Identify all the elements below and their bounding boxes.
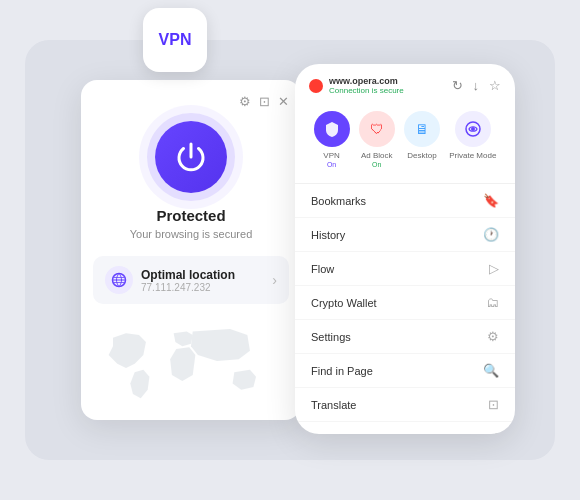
translate-label: Translate xyxy=(311,399,356,411)
location-name: Optimal location xyxy=(141,268,264,282)
private-mode-icon xyxy=(464,120,482,138)
close-icon[interactable]: ✕ xyxy=(278,94,289,109)
vpn-shield-icon xyxy=(323,120,341,138)
url-text-block: www.opera.com Connection is secure xyxy=(329,76,446,95)
settings-menu-icon: ⚙ xyxy=(487,329,499,344)
vpn-status-subtitle: Your browsing is secured xyxy=(130,228,253,240)
site-options-label: Site Options xyxy=(311,433,371,435)
globe-icon xyxy=(111,272,127,288)
star-icon[interactable]: ☆ xyxy=(489,78,501,93)
vpn-feature-label: VPNOn xyxy=(323,151,339,169)
private-feature-icon xyxy=(455,111,491,147)
power-button[interactable] xyxy=(155,121,227,193)
display-icon[interactable]: ⊡ xyxy=(259,94,270,109)
browser-menu: Bookmarks 🔖 History 🕐 Flow ▷ Crypto Wall… xyxy=(295,184,515,434)
svg-point-2 xyxy=(471,127,475,131)
vpn-panel: ⚙ ⊡ ✕ Protected Your browsing is secured xyxy=(81,80,301,420)
chevron-right-icon: › xyxy=(272,272,277,288)
crypto-wallet-label: Crypto Wallet xyxy=(311,297,377,309)
menu-history[interactable]: History 🕐 xyxy=(295,218,515,252)
site-options-icon: ℹ xyxy=(494,431,499,434)
menu-find-in-page[interactable]: Find in Page 🔍 xyxy=(295,354,515,388)
opera-icon xyxy=(309,79,323,93)
location-text: Optimal location 77.111.247.232 xyxy=(141,268,264,293)
settings-icon[interactable]: ⚙ xyxy=(239,94,251,109)
settings-menu-label: Settings xyxy=(311,331,351,343)
mobile-browser: www.opera.com Connection is secure ↻ ↓ ☆ xyxy=(295,64,515,434)
desktop-feature-label: Desktop xyxy=(407,151,436,160)
reload-icon[interactable]: ↻ xyxy=(452,78,463,93)
feature-private[interactable]: Private Mode xyxy=(449,111,496,169)
url-domain: www.opera.com xyxy=(329,76,446,86)
vpn-feature-icon xyxy=(314,111,350,147)
bookmarks-label: Bookmarks xyxy=(311,195,366,207)
location-ip: 77.111.247.232 xyxy=(141,282,264,293)
main-container: VPN ⚙ ⊡ ✕ Protected Your browsing is sec… xyxy=(25,40,555,460)
world-map-svg xyxy=(81,316,301,420)
flow-icon: ▷ xyxy=(489,261,499,276)
location-row[interactable]: Optimal location 77.111.247.232 › xyxy=(93,256,289,304)
vpn-app-icon[interactable]: VPN xyxy=(143,8,207,72)
browser-features: VPNOn 🛡 Ad BlockOn 🖥 Desktop xyxy=(309,105,501,175)
feature-vpn[interactable]: VPNOn xyxy=(314,111,350,169)
feature-adblock[interactable]: 🛡 Ad BlockOn xyxy=(359,111,395,169)
crypto-wallet-icon: 🗂 xyxy=(486,295,499,310)
download-icon[interactable]: ↓ xyxy=(473,78,480,93)
menu-translate[interactable]: Translate ⊡ xyxy=(295,388,515,422)
history-icon: 🕐 xyxy=(483,227,499,242)
adblock-feature-icon: 🛡 xyxy=(359,111,395,147)
url-bar[interactable]: www.opera.com Connection is secure ↻ ↓ ☆ xyxy=(309,76,501,95)
menu-flow[interactable]: Flow ▷ xyxy=(295,252,515,286)
menu-site-options[interactable]: Site Options ℹ xyxy=(295,422,515,434)
vpn-status-title: Protected xyxy=(156,207,225,224)
vpn-panel-header: ⚙ ⊡ ✕ xyxy=(81,94,301,117)
history-label: History xyxy=(311,229,345,241)
find-in-page-label: Find in Page xyxy=(311,365,373,377)
world-map xyxy=(81,316,301,420)
location-icon-wrap xyxy=(105,266,133,294)
menu-bookmarks[interactable]: Bookmarks 🔖 xyxy=(295,184,515,218)
adblock-feature-label: Ad BlockOn xyxy=(361,151,393,169)
flow-label: Flow xyxy=(311,263,334,275)
feature-desktop[interactable]: 🖥 Desktop xyxy=(404,111,440,169)
browser-action-icons: ↻ ↓ ☆ xyxy=(452,78,502,93)
bookmarks-icon: 🔖 xyxy=(483,193,499,208)
vpn-app-label: VPN xyxy=(159,31,192,49)
menu-settings[interactable]: Settings ⚙ xyxy=(295,320,515,354)
url-secure: Connection is secure xyxy=(329,86,446,95)
browser-top: www.opera.com Connection is secure ↻ ↓ ☆ xyxy=(295,64,515,184)
private-feature-label: Private Mode xyxy=(449,151,496,160)
power-icon xyxy=(173,139,209,175)
desktop-feature-icon: 🖥 xyxy=(404,111,440,147)
find-icon: 🔍 xyxy=(483,363,499,378)
menu-crypto-wallet[interactable]: Crypto Wallet 🗂 xyxy=(295,286,515,320)
translate-icon: ⊡ xyxy=(488,397,499,412)
